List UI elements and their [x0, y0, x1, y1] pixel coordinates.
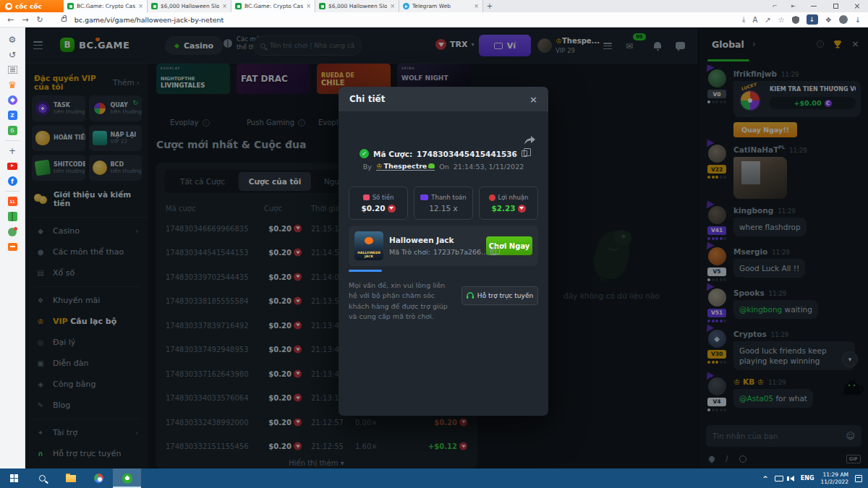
zalo-icon[interactable]: Z [8, 111, 17, 120]
coccoc-logo-icon [5, 3, 12, 10]
game-thumbnail[interactable]: HALLOWEEN JACK [354, 231, 383, 260]
brand-label: cốc cốc [15, 3, 42, 10]
windows-taskbar: ^ ENG 11:29 AM 11/2/2022 [0, 468, 868, 488]
divider [5, 191, 20, 192]
chrome-icon[interactable] [85, 468, 113, 488]
bcgame-favicon [67, 3, 74, 9]
browser-tab[interactable]: $6,000 Halloween Slot Battle × [148, 0, 231, 12]
tab-indicator [349, 270, 382, 272]
bet-datetime: 21:14:53, 1/11/2022 [454, 163, 524, 171]
tab-close-icon[interactable]: × [138, 3, 143, 9]
start-button[interactable] [0, 468, 28, 488]
vip-crown-icon[interactable]: ♛ [7, 80, 18, 90]
headset-icon [467, 292, 474, 299]
download-button[interactable]: ↓ [807, 14, 818, 25]
copy-icon[interactable] [522, 150, 527, 157]
clock[interactable]: 11:29 AM 11/2/2022 [821, 471, 848, 486]
support-text: Mọi vấn đề, xin vui lòng liên hệ với bộ … [349, 281, 454, 322]
page-content: B BC.GAME ◆ Casino Các môn thể thao TR [25, 27, 868, 468]
touch-keyboard-icon[interactable] [775, 476, 783, 481]
browser-tab[interactable]: $6,000 Halloween Slot Battle × [315, 0, 399, 12]
forward-icon[interactable]: → [22, 16, 28, 24]
tab-title: $6,000 Halloween Slot Battle [328, 3, 387, 9]
shield-icon[interactable] [792, 16, 799, 24]
new-tab-button[interactable]: + [483, 0, 496, 12]
add-shortcut-icon[interactable]: + [7, 145, 18, 156]
save-page-icon[interactable]: ⤓ [742, 15, 745, 24]
translate-icon[interactable]: A [752, 16, 757, 24]
browser-toolbar: ← → ↻ bc.game/vi/game/halloween-jack-by-… [0, 12, 868, 27]
browser-tab[interactable]: BC.Game: Crypto Casino Gam × [64, 0, 148, 12]
games-icon[interactable]: G [8, 126, 17, 135]
tab-title: BC.Game: Crypto Casino Gam [77, 3, 135, 9]
gift-icon[interactable] [8, 212, 17, 221]
action-center-icon[interactable] [855, 475, 862, 482]
tab-close-icon[interactable]: × [474, 3, 479, 9]
browser-sidebar: ⚙ ↺ ♛ Z G + f 11 [0, 27, 25, 468]
player-link[interactable]: ♔Thespectre [376, 162, 435, 171]
maximize-button[interactable] [825, 0, 846, 12]
url-text[interactable]: bc.game/vi/game/halloween-jack-by-netent [75, 16, 224, 24]
bookmark-star-icon[interactable]: ☆ [778, 16, 785, 24]
profile-avatar[interactable] [839, 15, 848, 24]
tab-title: Telegram Web [412, 3, 471, 9]
frog-icon [428, 163, 435, 168]
browser-tab-strip: cốc cốc BC.Game: Crypto Casino Gam × $6,… [0, 0, 868, 12]
tab-list-icon[interactable]: ⇤ [784, 3, 803, 9]
coccoc-taskbar-icon[interactable] [113, 468, 141, 488]
modal-header: Chi tiết × [339, 87, 548, 111]
live-support-button[interactable]: Hỗ trợ trực tuyến [461, 286, 538, 305]
tab-close-icon[interactable]: × [222, 3, 227, 9]
copy-icon[interactable] [490, 249, 496, 255]
tab-search-icon[interactable]: ⌐ [765, 3, 784, 9]
verified-icon: ✓ [359, 149, 369, 158]
settings-icon[interactable]: ⚙ [7, 34, 18, 45]
game-name: Halloween Jack [389, 236, 480, 244]
bcgame-favicon [151, 3, 158, 9]
browser-tab[interactable]: BC.Game: Crypto Casino Gan × [231, 0, 315, 12]
share-icon[interactable]: ↗ [765, 16, 770, 24]
close-window-button[interactable] [846, 0, 868, 12]
browser-tab[interactable]: Telegram Web × [399, 0, 483, 12]
modal-close-icon[interactable]: × [529, 94, 537, 105]
tab-close-icon[interactable]: × [306, 3, 311, 9]
extensions-icon[interactable]: ❖ [825, 16, 832, 24]
facebook-icon[interactable]: f [8, 176, 17, 186]
bet-byline: By ♔Thespectre On 21:14:53, 1/11/2022 [339, 162, 548, 171]
profit-icon [489, 194, 495, 201]
volume-icon[interactable] [790, 476, 794, 481]
game-card: HALLOWEEN JACK Halloween Jack Mã Trò chơ… [349, 226, 538, 266]
back-icon[interactable]: ← [7, 16, 14, 24]
bcgame-favicon [235, 3, 242, 9]
money-icon [363, 194, 370, 200]
youtube-icon[interactable] [7, 163, 17, 170]
stat-amount: Số tiền $0.20 [349, 187, 408, 220]
tab-title: $6,000 Halloween Slot Battle [161, 3, 219, 9]
newsfeed-icon[interactable] [7, 64, 18, 75]
crown-icon: ♔ [376, 162, 383, 170]
coccoc-brand[interactable]: cốc cốc [0, 0, 64, 12]
padlock-icon[interactable] [61, 17, 67, 22]
history-icon[interactable]: ↺ [7, 49, 18, 60]
sale-11-11-icon[interactable]: 11 [8, 197, 17, 206]
messenger-icon[interactable] [8, 95, 17, 105]
game-code-line: Mã Trò chơi: 17237b7a266... [389, 248, 480, 256]
plant-icon[interactable] [8, 228, 17, 236]
share-icon[interactable] [524, 136, 535, 145]
tray-expand-icon[interactable]: ^ [762, 475, 768, 482]
stat-payout: Thanh toán 12.15 x [414, 187, 473, 220]
game-code-value: 17237b7a266... [433, 248, 488, 256]
tab-close-icon[interactable]: × [390, 3, 395, 9]
language-indicator[interactable]: ENG [801, 475, 814, 481]
tab-title: BC.Game: Crypto Casino Gan [244, 3, 303, 9]
minimize-button[interactable] [803, 0, 825, 12]
reload-icon[interactable]: ↻ [36, 16, 43, 24]
downloads-tray-icon[interactable]: ↓ [855, 16, 861, 24]
taskbar-search-icon[interactable] [28, 468, 56, 488]
file-explorer-icon[interactable] [56, 468, 85, 488]
trx-coin-icon [518, 205, 526, 213]
shopping-cart-icon[interactable] [8, 243, 17, 251]
bet-details-modal: Chi tiết × ✓ Mã Cược: 174830344541544153… [339, 87, 548, 416]
card-icon [420, 194, 428, 200]
bet-id-value: 1748303445415441536 [417, 150, 517, 158]
